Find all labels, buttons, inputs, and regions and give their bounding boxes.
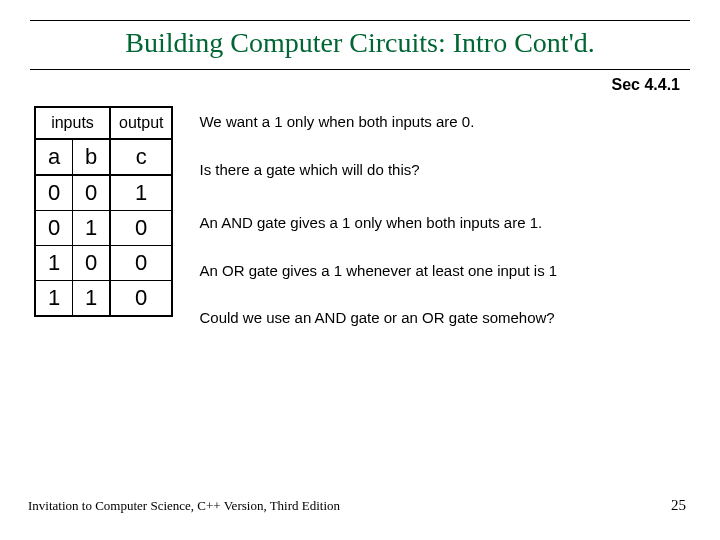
table-group-header-row: inputs output xyxy=(35,107,172,139)
col-header-c: c xyxy=(110,139,172,175)
cell: 0 xyxy=(110,211,172,246)
paragraph: We want a 1 only when both inputs are 0. xyxy=(199,112,557,132)
table-row: 1 1 0 xyxy=(35,281,172,317)
paragraph: An OR gate gives a 1 whenever at least o… xyxy=(199,261,557,281)
paragraph: Is there a gate which will do this? xyxy=(199,160,557,180)
body-text: We want a 1 only when both inputs are 0.… xyxy=(199,106,557,362)
truth-table: inputs output a b c 0 0 1 0 1 0 1 0 0 xyxy=(34,106,173,317)
cell: 1 xyxy=(73,281,111,317)
cell: 0 xyxy=(35,175,73,211)
cell: 1 xyxy=(35,246,73,281)
table-header-inputs: inputs xyxy=(35,107,110,139)
cell: 1 xyxy=(110,175,172,211)
table-row: 1 0 0 xyxy=(35,246,172,281)
cell: 0 xyxy=(110,281,172,317)
cell: 0 xyxy=(110,246,172,281)
table-row: 0 1 0 xyxy=(35,211,172,246)
col-header-a: a xyxy=(35,139,73,175)
cell: 1 xyxy=(73,211,111,246)
table-column-header-row: a b c xyxy=(35,139,172,175)
cell: 0 xyxy=(73,175,111,211)
title-container: Building Computer Circuits: Intro Cont'd… xyxy=(30,20,690,70)
slide: Building Computer Circuits: Intro Cont'd… xyxy=(0,0,720,540)
page-number: 25 xyxy=(671,497,686,514)
table-row: 0 0 1 xyxy=(35,175,172,211)
section-reference: Sec 4.4.1 xyxy=(30,76,680,94)
page-title: Building Computer Circuits: Intro Cont'd… xyxy=(125,27,594,58)
cell: 0 xyxy=(35,211,73,246)
cell: 0 xyxy=(73,246,111,281)
table-header-output: output xyxy=(110,107,172,139)
paragraph: Could we use an AND gate or an OR gate s… xyxy=(199,308,557,328)
col-header-b: b xyxy=(73,139,111,175)
content-row: inputs output a b c 0 0 1 0 1 0 1 0 0 xyxy=(30,106,690,362)
footer-citation: Invitation to Computer Science, C++ Vers… xyxy=(28,498,340,514)
cell: 1 xyxy=(35,281,73,317)
paragraph: An AND gate gives a 1 only when both inp… xyxy=(199,213,557,233)
